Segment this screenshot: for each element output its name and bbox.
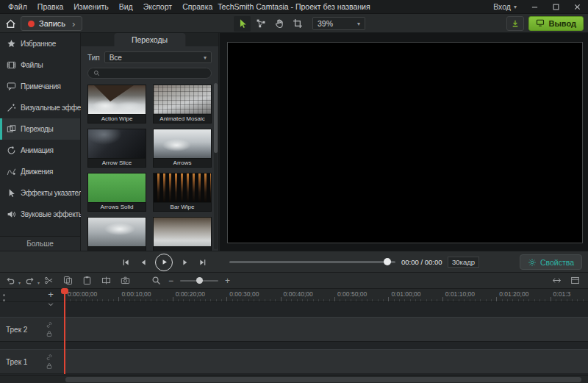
preview-stage[interactable] — [227, 42, 583, 243]
timeline-ruler[interactable]: 0:00:00;000:00:10;000:00:20;000:00:30;00… — [0, 288, 588, 301]
transition-label: Animated Mosaic — [153, 114, 212, 124]
home-button[interactable] — [1, 16, 19, 31]
transition-label: Arrows Solid — [87, 202, 146, 212]
jump-start-button[interactable] — [120, 257, 131, 268]
pan-tool-button[interactable] — [270, 16, 287, 32]
main-toolbar: Запись › 39% ▾ Вывод — [0, 14, 588, 33]
track-header[interactable]: Трек 1 — [0, 349, 65, 374]
add-track-button[interactable]: + — [45, 290, 57, 299]
menu-item[interactable]: Вид — [114, 1, 138, 12]
undo-button[interactable]: ▾ — [5, 275, 16, 286]
close-button[interactable] — [567, 0, 588, 13]
menu-item[interactable]: Файл — [3, 1, 32, 12]
sidebar-item-label: Файлы — [21, 61, 43, 69]
split-button[interactable] — [101, 275, 112, 286]
jump-end-button[interactable] — [197, 257, 208, 268]
timeline-zoom-slider[interactable] — [180, 280, 218, 282]
sidebar-item[interactable]: Примечания — [0, 76, 80, 97]
timeline-scrollbar[interactable] — [0, 375, 588, 383]
export-label: Вывод — [548, 19, 576, 28]
fps-select[interactable]: 30кадр — [448, 257, 479, 268]
copy-button[interactable] — [62, 275, 74, 286]
timeline-panel-button[interactable] — [570, 275, 581, 286]
transition-card[interactable] — [153, 217, 212, 251]
sidebar-item[interactable]: Файлы — [0, 54, 80, 76]
panel-tab-transitions[interactable]: Переходы — [114, 33, 185, 46]
track-header[interactable]: Трек 2 — [0, 317, 65, 342]
search-row — [81, 63, 218, 79]
canvas-zoom-select[interactable]: 39% ▾ — [312, 17, 365, 30]
sidebar-item[interactable]: Анимация — [0, 140, 80, 161]
paste-button[interactable] — [82, 275, 93, 286]
sidebar-item[interactable]: Избранное — [0, 33, 80, 54]
sidebar-item-label: Переходы — [21, 125, 54, 133]
ruler-scale[interactable]: 0:00:00;000:00:10;000:00:20;000:00:30;00… — [65, 289, 588, 302]
timeline-scrollbar-thumb[interactable] — [65, 377, 581, 382]
transition-thumbnail — [87, 129, 146, 158]
seek-slider[interactable] — [229, 261, 395, 263]
effects-icon — [7, 103, 16, 112]
minimize-button[interactable] — [524, 0, 545, 13]
step-forward-button[interactable] — [179, 257, 190, 268]
type-select[interactable]: Все ▾ — [104, 51, 212, 63]
timeline-magnifier-icon — [151, 275, 162, 286]
transition-card[interactable] — [87, 217, 146, 251]
sidebar-item[interactable]: Движения — [0, 161, 80, 182]
timeline-zoom-handle[interactable] — [196, 277, 203, 284]
transitions-panel: Переходы Тип Все ▾ Action WipeAnimated M… — [81, 33, 219, 251]
track-lane[interactable] — [65, 317, 588, 342]
sidebar-item[interactable]: Переходы — [0, 118, 80, 140]
track-lane[interactable] — [65, 349, 588, 374]
play-button[interactable] — [155, 254, 173, 271]
zoom-in-button[interactable]: + — [225, 276, 230, 285]
sidebar-item-label: Примечания — [21, 82, 61, 90]
sidebar-item[interactable]: Звуковые эффекты — [0, 204, 80, 225]
search-input[interactable] — [103, 68, 206, 78]
transition-card[interactable]: Animated Mosaic — [153, 85, 212, 124]
track-lock-icon[interactable] — [46, 330, 53, 337]
transition-card[interactable]: Arrows — [153, 129, 212, 168]
cursor-tool-button[interactable] — [234, 16, 251, 32]
canvas-area — [220, 33, 588, 251]
properties-button[interactable]: Свойства — [520, 254, 582, 270]
transition-card[interactable]: Arrow Slice — [87, 129, 146, 168]
track-link-icon[interactable] — [46, 321, 53, 329]
step-back-button[interactable] — [137, 257, 148, 268]
download-button[interactable] — [506, 16, 524, 31]
track-lock-icon[interactable] — [46, 362, 53, 370]
record-button[interactable]: Запись › — [21, 16, 82, 31]
cut-button[interactable] — [43, 275, 54, 286]
menu-item[interactable]: Правка — [32, 1, 68, 12]
export-button[interactable]: Вывод — [528, 16, 584, 31]
seek-slider-handle[interactable] — [384, 258, 391, 265]
collapse-tracks-button[interactable] — [45, 299, 57, 309]
track-link-icon[interactable] — [46, 354, 53, 361]
transition-card[interactable]: Arrows Solid — [87, 173, 146, 212]
menu-item[interactable]: Изменить — [68, 1, 113, 12]
record-label: Запись — [39, 19, 65, 28]
toolbar-right: Вывод — [506, 16, 584, 31]
crop-tool-button[interactable] — [289, 16, 306, 32]
screenshot-button[interactable] — [120, 275, 131, 286]
search-box[interactable] — [87, 68, 212, 79]
panel-scrollbar[interactable] — [214, 83, 218, 249]
fit-timeline-button[interactable] — [551, 275, 562, 286]
tracks-area: Трек 2Трек 1 — [0, 301, 588, 375]
behaviors-icon — [7, 167, 16, 176]
redo-button[interactable]: ▾ — [24, 275, 35, 286]
sidebar-item[interactable]: Эффекты указателя — [0, 182, 80, 204]
transition-card[interactable]: Action Wipe — [87, 85, 146, 124]
zoom-out-button[interactable]: − — [168, 276, 173, 285]
signin-button[interactable]: Вход ▾ — [486, 2, 524, 11]
menu-item[interactable]: Справка — [177, 1, 218, 12]
gutter-handle[interactable] — [3, 294, 5, 301]
sidebar-item[interactable]: Визуальные эффекты — [0, 97, 80, 118]
panel-scrollbar-thumb[interactable] — [214, 83, 218, 153]
callout-nodes-tool-button[interactable] — [252, 16, 269, 32]
chevron-down-icon: ▾ — [514, 4, 517, 10]
maximize-button[interactable] — [545, 0, 567, 13]
sidebar-more-button[interactable]: Больше — [0, 236, 80, 251]
transition-card[interactable]: Bar Wipe — [153, 173, 212, 212]
menu-item[interactable]: Экспорт — [138, 1, 177, 12]
canvas-zoom-value: 39% — [318, 19, 333, 28]
